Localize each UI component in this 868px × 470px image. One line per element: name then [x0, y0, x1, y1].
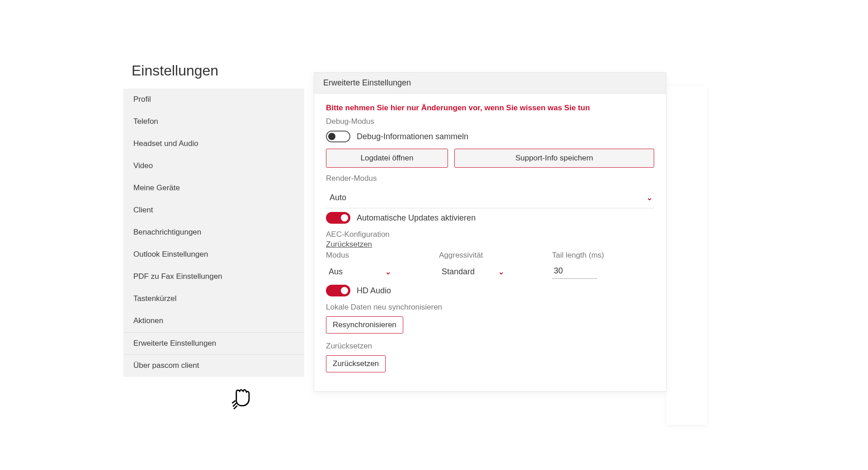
sidebar-item-telefon[interactable]: Telefon — [123, 111, 304, 133]
sidebar-item-meine-geraete[interactable]: Meine Geräte — [123, 177, 304, 199]
sidebar-item-aktionen[interactable]: Aktionen — [123, 310, 304, 332]
aec-modus-label: Modus — [326, 251, 416, 260]
hd-audio-toggle-row: HD Audio — [326, 285, 654, 296]
reset-button[interactable]: Zurücksetzen — [326, 355, 386, 372]
sidebar-item-profil[interactable]: Profil — [123, 89, 304, 111]
save-support-info-button[interactable]: Support-Info speichern — [454, 149, 654, 168]
aec-aggr-label: Aggressivität — [439, 251, 529, 260]
aec-aggr-dropdown[interactable]: Standard ⌄ — [439, 263, 507, 280]
debug-mode-label: Debug-Modus — [326, 117, 654, 126]
warning-text: Bitte nehmen Sie hier nur Änderungen vor… — [326, 103, 654, 113]
sidebar-item-label: Profil — [133, 95, 151, 103]
sidebar-item-label: Erweiterte Einstellungen — [133, 339, 216, 348]
render-mode-dropdown[interactable]: Auto ⌄ — [326, 188, 654, 208]
settings-sidebar: Profil Telefon Headset und Audio Video M… — [123, 89, 304, 377]
resync-button[interactable]: Resynchronisieren — [326, 316, 403, 334]
hd-audio-label: HD Audio — [357, 286, 391, 296]
background-card-edge — [666, 86, 707, 425]
debug-toggle-label: Debug-Informationen sammeln — [357, 132, 468, 141]
aec-tail-input[interactable] — [552, 263, 597, 279]
sidebar-item-benachrichtigungen[interactable]: Benachrichtigungen — [123, 221, 304, 244]
sidebar-item-outlook[interactable]: Outlook Einstellungen — [123, 244, 304, 266]
sidebar-item-erweiterte[interactable]: Erweiterte Einstellungen — [123, 332, 304, 355]
sidebar-item-tastenkuerzel[interactable]: Tastenkürzel — [123, 288, 304, 310]
panel-title: Erweiterte Einstellungen — [323, 78, 411, 87]
svg-line-1 — [232, 400, 236, 403]
sidebar-item-label: Aktionen — [133, 316, 163, 325]
auto-updates-toggle[interactable] — [326, 212, 350, 224]
aec-row: Modus Aus ⌄ Aggressivität Standard ⌄ Tai… — [326, 251, 654, 280]
aec-tail-label: Tail length (ms) — [552, 251, 642, 260]
toggle-knob — [341, 287, 348, 294]
advanced-settings-panel: Erweiterte Einstellungen Bitte nehmen Si… — [314, 72, 666, 392]
sidebar-item-label: Video — [133, 161, 153, 170]
aec-reset-link[interactable]: Zurücksetzen — [326, 240, 372, 249]
chevron-down-icon: ⌄ — [385, 268, 391, 276]
resync-label: Lokale Daten neu synchronisieren — [326, 303, 654, 312]
sidebar-item-about[interactable]: Über pascom client — [123, 355, 304, 377]
sidebar-item-label: Meine Geräte — [133, 183, 180, 192]
sidebar-item-label: PDF zu Fax Einstellungen — [133, 272, 222, 281]
toggle-knob — [341, 214, 348, 221]
aec-col-modus: Modus Aus ⌄ — [326, 251, 416, 280]
aec-aggr-value: Standard — [442, 267, 475, 277]
sidebar-item-video[interactable]: Video — [123, 155, 304, 177]
aec-col-tail: Tail length (ms) — [552, 251, 642, 279]
sidebar-item-label: Client — [133, 206, 153, 214]
aec-config-label: AEC-Konfiguration — [326, 230, 654, 239]
render-mode-value: Auto — [330, 193, 346, 202]
debug-buttons-row: Logdatei öffnen Support-Info speichern — [326, 149, 654, 168]
reset-label: Zurücksetzen — [326, 342, 654, 351]
sidebar-item-label: Tastenkürzel — [133, 294, 176, 303]
svg-line-2 — [234, 406, 237, 409]
aec-modus-value: Aus — [329, 267, 343, 277]
debug-toggle[interactable] — [326, 131, 350, 142]
sidebar-item-client[interactable]: Client — [123, 199, 304, 221]
hd-audio-toggle[interactable] — [326, 285, 350, 296]
aec-col-aggr: Aggressivität Standard ⌄ — [439, 251, 529, 280]
sidebar-item-headset-audio[interactable]: Headset und Audio — [123, 133, 304, 155]
render-mode-label: Render-Modus — [326, 174, 654, 183]
sidebar-item-label: Outlook Einstellungen — [133, 250, 208, 258]
auto-updates-label: Automatische Updates aktivieren — [357, 213, 476, 223]
chevron-down-icon: ⌄ — [646, 193, 652, 202]
open-logfile-button[interactable]: Logdatei öffnen — [326, 149, 448, 168]
sidebar-item-label: Telefon — [133, 117, 158, 126]
chevron-down-icon: ⌄ — [498, 268, 504, 276]
panel-body: Bitte nehmen Sie hier nur Änderungen vor… — [314, 94, 666, 391]
sidebar-item-pdf-fax[interactable]: PDF zu Fax Einstellungen — [123, 266, 304, 288]
svg-line-0 — [233, 403, 236, 407]
auto-updates-toggle-row: Automatische Updates aktivieren — [326, 212, 654, 224]
toggle-knob — [328, 133, 335, 140]
sidebar-item-label: Headset und Audio — [133, 139, 198, 148]
sidebar-item-label: Benachrichtigungen — [133, 228, 201, 236]
pointer-cursor-icon — [228, 383, 255, 410]
sidebar-item-label: Über pascom client — [133, 361, 199, 370]
aec-modus-dropdown[interactable]: Aus ⌄ — [326, 263, 394, 280]
panel-header: Erweiterte Einstellungen — [314, 73, 666, 94]
page-title: Einstellungen — [132, 62, 218, 79]
debug-toggle-row: Debug-Informationen sammeln — [326, 131, 654, 142]
